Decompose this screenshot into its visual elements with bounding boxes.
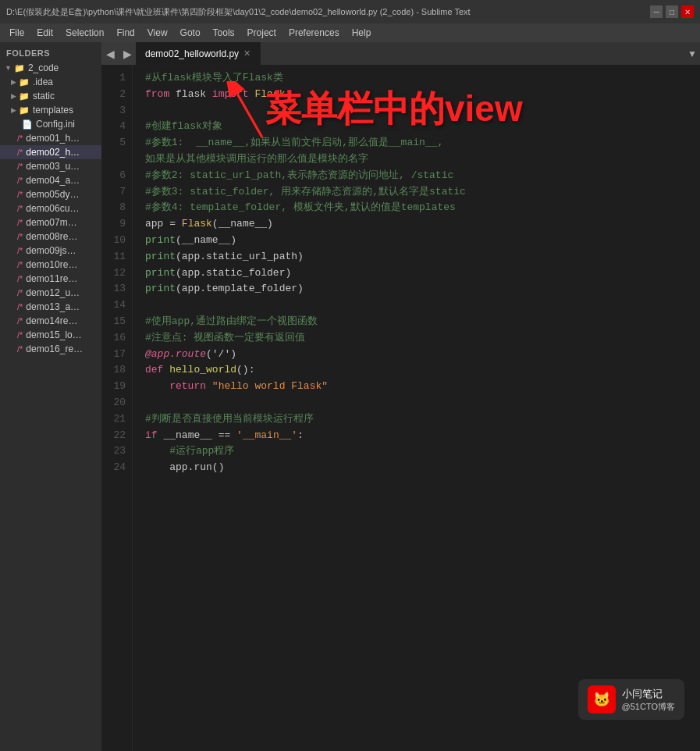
- code-line-12: print(app.static_folder): [145, 265, 700, 282]
- file-marker: /*: [17, 133, 23, 143]
- code-line-9: app = Flask(__name__): [145, 216, 700, 233]
- tab-demo02[interactable]: demo02_helloworld.py ✕: [136, 42, 261, 65]
- sidebar-item-demo13[interactable]: /* demo13_a…: [0, 300, 101, 314]
- sidebar-item-demo10[interactable]: /* demo10re…: [0, 258, 101, 272]
- sidebar: FOLDERS ▼ 📁 2_code ▶ 📁 .idea ▶ 📁 static …: [0, 42, 101, 751]
- sidebar-item-demo02[interactable]: /* demo02_h…: [0, 145, 101, 159]
- sidebar-item-demo16[interactable]: /* demo16_re…: [0, 342, 101, 356]
- code-line-13: print(app.template_folder): [145, 281, 700, 297]
- sidebar-item-label: .idea: [33, 77, 53, 87]
- sidebar-item-label: demo06cu…: [26, 203, 79, 214]
- minimize-button[interactable]: ─: [650, 5, 663, 18]
- file-marker: /*: [17, 232, 23, 241]
- sidebar-item-demo15[interactable]: /* demo15_lo…: [0, 328, 101, 342]
- tab-close-icon[interactable]: ✕: [243, 48, 251, 59]
- tabbar: ◀ ▶ demo02_helloworld.py ✕ ▼: [101, 42, 700, 66]
- sidebar-item-demo11[interactable]: /* demo11re…: [0, 272, 101, 286]
- sidebar-item-label: templates: [33, 105, 73, 116]
- menu-view[interactable]: View: [141, 23, 174, 42]
- menu-find[interactable]: Find: [110, 23, 140, 42]
- sidebar-item-label: demo13_a…: [26, 301, 80, 312]
- sidebar-item-label: demo01_h…: [26, 133, 80, 144]
- menu-help[interactable]: Help: [346, 23, 378, 42]
- sidebar-item-label: Config.ini: [36, 119, 75, 130]
- sidebar-item-label: demo11re…: [26, 273, 77, 284]
- menu-file[interactable]: File: [3, 23, 30, 42]
- sidebar-item-label: demo02_h…: [26, 147, 80, 158]
- sidebar-item-label: demo07m…: [26, 217, 76, 228]
- watermark-sub: @51CTO博客: [622, 701, 675, 713]
- file-marker: /*: [17, 218, 23, 227]
- file-marker: /*: [17, 316, 23, 326]
- sidebar-item-label: demo15_lo…: [26, 329, 81, 340]
- tab-nav-left[interactable]: ◀: [101, 42, 119, 65]
- sidebar-item-label: demo12_u…: [26, 287, 80, 298]
- folder-arrow-icon: ▶: [11, 92, 16, 100]
- sidebar-item-demo06[interactable]: /* demo06cu…: [0, 201, 101, 215]
- code-line-11: print(app.static_url_path): [145, 249, 700, 265]
- file-marker: /*: [17, 330, 23, 340]
- sidebar-item-demo04[interactable]: /* demo04_a…: [0, 173, 101, 187]
- sidebar-item-static[interactable]: ▶ 📁 static: [0, 89, 101, 103]
- sidebar-item-demo03[interactable]: /* demo03_u…: [0, 159, 101, 173]
- folder-arrow-icon: ▼: [5, 64, 12, 72]
- menu-preferences[interactable]: Preferences: [282, 23, 346, 42]
- sidebar-item-demo07[interactable]: /* demo07m…: [0, 215, 101, 230]
- maximize-button[interactable]: □: [666, 5, 678, 18]
- sidebar-item-demo14[interactable]: /* demo14re…: [0, 314, 101, 328]
- code-line-7: #参数3: static_folder, 用来存储静态资源的,默认名字是stat…: [145, 184, 700, 201]
- menu-goto[interactable]: Goto: [174, 23, 207, 42]
- sidebar-item-label: demo09js…: [26, 245, 76, 256]
- sidebar-item-templates[interactable]: ▶ 📁 templates: [0, 103, 101, 117]
- menu-project[interactable]: Project: [241, 23, 282, 42]
- tab-dropdown-button[interactable]: ▼: [684, 42, 700, 65]
- menu-edit[interactable]: Edit: [30, 23, 59, 42]
- code-line-15: #使用app,通过路由绑定一个视图函数: [145, 314, 700, 330]
- window-controls: ─ □ ✕: [650, 5, 694, 18]
- code-line-23: #运行app程序: [145, 443, 700, 460]
- sidebar-item-demo09[interactable]: /* demo09js…: [0, 244, 101, 258]
- sidebar-item-root[interactable]: ▼ 📁 2_code: [0, 61, 101, 75]
- code-line-2: from flask import Flask: [145, 87, 700, 103]
- sidebar-item-label: demo04_a…: [26, 175, 80, 186]
- sidebar-item-config[interactable]: 📄 Config.ini: [0, 117, 101, 131]
- sidebar-item-label: demo14re…: [26, 315, 77, 326]
- code-line-8: #参数4: template_folder, 模板文件夹,默认的值是templa…: [145, 200, 700, 216]
- close-button[interactable]: ✕: [681, 5, 694, 18]
- tab-label: demo02_helloworld.py: [145, 48, 239, 59]
- editor-container: ◀ ▶ demo02_helloworld.py ✕ ▼ 1 2 3 4 5 6…: [101, 42, 700, 751]
- sidebar-item-label: static: [33, 91, 55, 101]
- sidebar-root-label: 2_code: [28, 62, 59, 73]
- watermark-icon: 🐱: [588, 685, 616, 714]
- file-marker: /*: [17, 148, 23, 157]
- sidebar-item-label: demo03_u…: [26, 161, 80, 172]
- sidebar-item-idea[interactable]: ▶ 📁 .idea: [0, 75, 101, 89]
- watermark-name: 小闫笔记: [622, 687, 675, 701]
- sidebar-item-demo01[interactable]: /* demo01_h…: [0, 131, 101, 145]
- code-line-14: [145, 297, 700, 314]
- code-line-17: @app.route('/'): [145, 347, 700, 363]
- code-line-22: if __name__ == '__main__':: [145, 428, 700, 444]
- code-editor[interactable]: #从flask模块导入了Flask类 from flask import Fla…: [133, 66, 700, 751]
- code-line-20: [145, 395, 700, 411]
- sidebar-item-label: demo10re…: [26, 259, 77, 270]
- file-marker: /*: [17, 344, 23, 354]
- folder-icon: 📁: [14, 63, 25, 73]
- menu-selection[interactable]: Selection: [59, 23, 110, 42]
- folder-arrow-icon: ▶: [11, 106, 16, 114]
- code-line-16: #注意点: 视图函数一定要有返回值: [145, 330, 700, 347]
- editor[interactable]: 1 2 3 4 5 6 7 8 9 10 11 12 13 14 15 16 1…: [101, 66, 700, 751]
- titlebar: D:\E(假装此处是E盘)\python\课件\就业班课件\第四阶段框架\day…: [0, 0, 700, 23]
- sidebar-item-demo08[interactable]: /* demo08re…: [0, 230, 101, 244]
- sidebar-folders-header: FOLDERS: [0, 42, 101, 61]
- menu-tools[interactable]: Tools: [207, 23, 241, 42]
- file-marker: /*: [17, 302, 23, 311]
- watermark-info: 小闫笔记 @51CTO博客: [622, 687, 675, 713]
- sidebar-item-demo12[interactable]: /* demo12_u…: [0, 286, 101, 300]
- sidebar-item-demo05[interactable]: /* demo05dy…: [0, 187, 101, 201]
- folder-icon: 📁: [19, 91, 30, 101]
- sidebar-item-label: demo16_re…: [26, 343, 83, 354]
- tab-nav-right[interactable]: ▶: [119, 42, 136, 65]
- code-line-24: app.run(): [145, 460, 700, 476]
- file-marker: /*: [17, 274, 23, 283]
